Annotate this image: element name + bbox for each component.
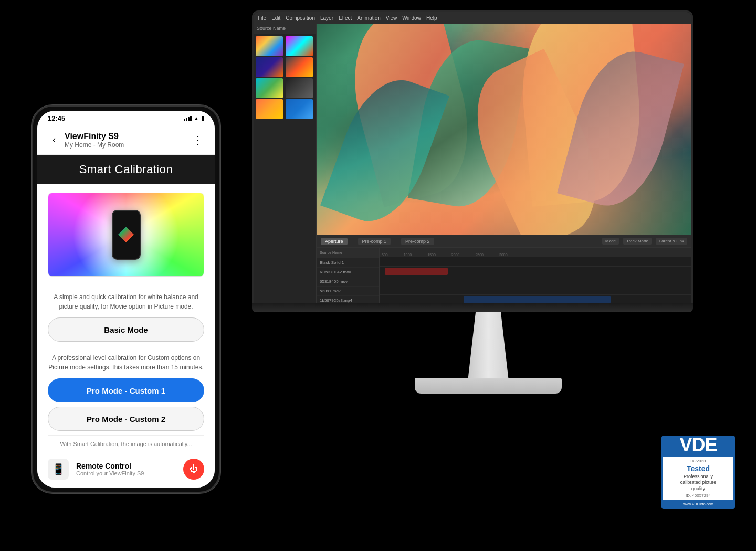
pro-mode-custom1-button[interactable]: Pro Mode - Custom 1 (48, 378, 204, 402)
source-panel-header: Source Name (254, 24, 316, 34)
status-icons: ▲ ▮ (184, 115, 204, 122)
track-content: 500 1000 1500 2000 2500 3000 (380, 248, 691, 303)
botanical-background (317, 24, 691, 235)
thumb-cool[interactable] (286, 99, 313, 119)
signal-bars-icon (184, 115, 192, 121)
ruler-mark-2500: 2500 (475, 253, 484, 257)
main-image-area (317, 24, 691, 235)
phone-mockup-small (112, 210, 141, 260)
track-row-5 (380, 295, 691, 303)
parent-link-btn[interactable]: Parent & Link (656, 238, 687, 245)
mode-btn[interactable]: Mode (602, 238, 619, 245)
track-label-3: 65318405.mov (317, 277, 379, 287)
vde-footer-text: www.VDEinfo.com Tested by VDE Germany (665, 502, 732, 509)
thumb-abstract[interactable] (256, 78, 283, 98)
remote-control-title: Remote Control (76, 462, 176, 470)
menu-edit[interactable]: Edit (271, 15, 280, 21)
menu-layer[interactable]: Layer (320, 15, 333, 21)
status-bar: 12:45 ▲ ▮ (37, 111, 215, 125)
editor-top-bar: File Edit Composition Layer Effect Anima… (254, 12, 691, 24)
source-name-header: Source Name (317, 248, 379, 258)
power-icon: ⏻ (190, 464, 198, 474)
thumb-dark[interactable] (286, 78, 313, 98)
thumb-urban[interactable] (286, 57, 313, 77)
menu-effect[interactable]: Effect (339, 15, 352, 21)
vde-website: www.VDEinfo.com (683, 502, 713, 506)
basic-mode-button[interactable]: Basic Mode (48, 317, 204, 342)
ruler-mark-3000: 3000 (499, 253, 508, 257)
phone-container: 12:45 ▲ ▮ ‹ ViewFinity S9 My (32, 105, 220, 493)
monitor-base (415, 378, 562, 394)
vde-tester: Tested by VDE Germany (678, 507, 718, 509)
monitor-bezel: File Edit Composition Layer Effect Anima… (252, 10, 693, 304)
vde-top: VDE (663, 436, 733, 457)
vde-badge: VDE 08/2023 Tested Professionally calibr… (662, 436, 735, 509)
editor-left-panel: Source Name (254, 24, 317, 303)
track-labels: Source Name Black Solid 1 VH5370042.mov … (317, 248, 380, 303)
basic-mode-description: A simple and quick calibration for white… (48, 285, 204, 317)
clip-red-1[interactable] (385, 268, 448, 275)
timeline-ruler: 500 1000 1500 2000 2500 3000 (380, 248, 691, 257)
track-row-2 (380, 267, 691, 276)
ruler-mark-1500: 1500 (427, 253, 436, 257)
pro-mode-description: A professional level calibration for Cus… (48, 346, 204, 378)
track-row-3 (380, 276, 691, 285)
menu-animation[interactable]: Animation (357, 15, 380, 21)
monitor-screen: File Edit Composition Layer Effect Anima… (254, 12, 691, 303)
menu-help[interactable]: Help (426, 15, 437, 21)
vde-tested-label: Tested (687, 464, 710, 473)
thumb-night[interactable] (256, 57, 283, 77)
editor-main-area: Source Name (254, 24, 691, 303)
thumb-warm[interactable] (256, 99, 283, 119)
timeline-tracks: Source Name Black Solid 1 VH5370042.mov … (317, 248, 691, 303)
menu-window[interactable]: Window (402, 15, 421, 21)
track-matte-btn[interactable]: Track Matte (623, 238, 652, 245)
vde-footer: www.VDEinfo.com Tested by VDE Germany (663, 500, 733, 509)
phone-bottom-nav: 📱 Remote Control Control your ViewFinity… (37, 450, 215, 488)
device-name: ViewFinity S9 (65, 132, 190, 141)
remote-control-subtitle: Control your ViewFinity S9 (76, 470, 176, 476)
back-button[interactable]: ‹ (46, 132, 62, 149)
track-row-4 (380, 285, 691, 295)
vde-description: Professionally calibrated picture qualit… (680, 474, 717, 492)
thumbnail-grid (254, 34, 316, 121)
track-label-4: 52391.mov (317, 287, 379, 296)
menu-file[interactable]: File (258, 15, 266, 21)
monitor-neck (467, 312, 509, 386)
timeline-controls: Mode Track Matte Parent & Link (602, 238, 687, 245)
thumb-city[interactable] (256, 36, 283, 56)
app-header-title: ViewFinity S9 My Home - My Room (65, 132, 190, 149)
thumb-neon[interactable] (286, 36, 313, 56)
monitor-chin (252, 303, 693, 312)
track-label-2: VH5370042.mov (317, 268, 379, 277)
vde-date: 08/2023 (691, 459, 706, 463)
ruler-marks: 500 1000 1500 2000 2500 3000 (380, 248, 691, 257)
app-header: ‹ ViewFinity S9 My Home - My Room ⋮ (37, 125, 215, 155)
ruler-mark-2000: 2000 (452, 253, 460, 257)
tab-precomp2[interactable]: Pre-comp 2 (401, 238, 434, 245)
remote-control-icon: 📱 (48, 459, 69, 480)
calibration-title: Smart Calibration (79, 163, 173, 176)
vde-logo-text: VDE (663, 436, 733, 454)
samsung-logo-icon (118, 227, 134, 242)
power-button[interactable]: ⏻ (183, 459, 204, 480)
editor-center: Aperture Pre-comp 1 Pre-comp 2 Mode Trac… (317, 24, 691, 303)
menu-composition[interactable]: Composition (286, 15, 315, 21)
tab-aperture[interactable]: Aperture (321, 238, 348, 245)
remote-text: Remote Control Control your ViewFinity S… (76, 462, 176, 476)
tab-precomp1[interactable]: Pre-comp 1 (358, 238, 391, 245)
track-row-1 (380, 257, 691, 267)
monitor-container: File Edit Composition Layer Effect Anima… (252, 10, 724, 420)
timeline-toolbar: Aperture Pre-comp 1 Pre-comp 2 Mode Trac… (317, 235, 691, 248)
menu-view[interactable]: View (386, 15, 397, 21)
color-wheel-area (37, 184, 215, 285)
more-button[interactable]: ⋮ (190, 132, 206, 149)
battery-icon: ▮ (201, 115, 204, 122)
ruler-mark-500: 500 (382, 253, 388, 257)
phone-bezel: 12:45 ▲ ▮ ‹ ViewFinity S9 My (32, 105, 220, 493)
clip-blue-1[interactable] (464, 296, 611, 303)
wifi-icon: ▲ (194, 115, 199, 121)
status-time: 12:45 (48, 114, 65, 122)
vde-middle: 08/2023 Tested Professionally calibrated… (663, 457, 733, 500)
pro-mode-custom2-button[interactable]: Pro Mode - Custom 2 (48, 407, 204, 431)
